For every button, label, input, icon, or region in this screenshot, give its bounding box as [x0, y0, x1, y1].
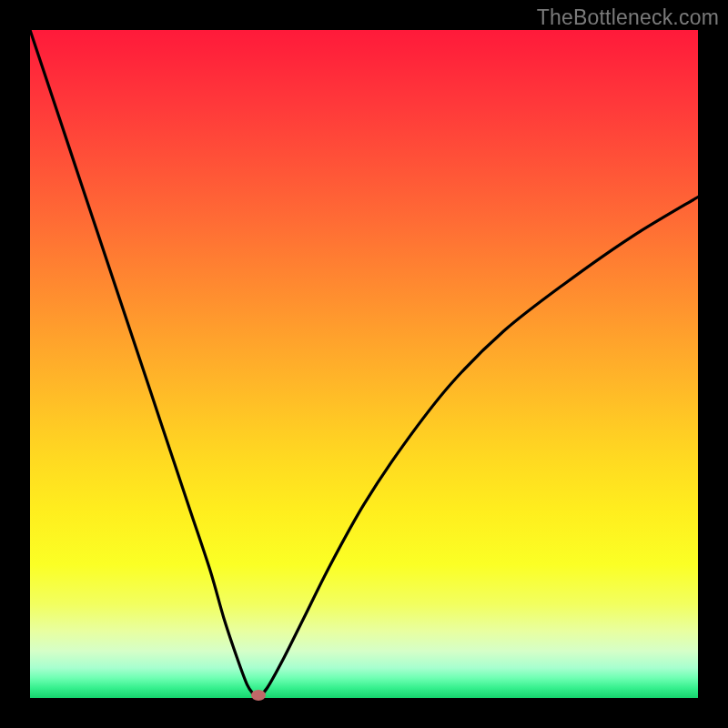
chart-frame: TheBottleneck.com [0, 0, 728, 728]
bottleneck-curve [30, 30, 698, 698]
watermark-text: TheBottleneck.com [537, 5, 719, 30]
curve-svg [30, 30, 698, 698]
plot-area [30, 30, 698, 698]
optimal-point-marker [251, 690, 266, 701]
